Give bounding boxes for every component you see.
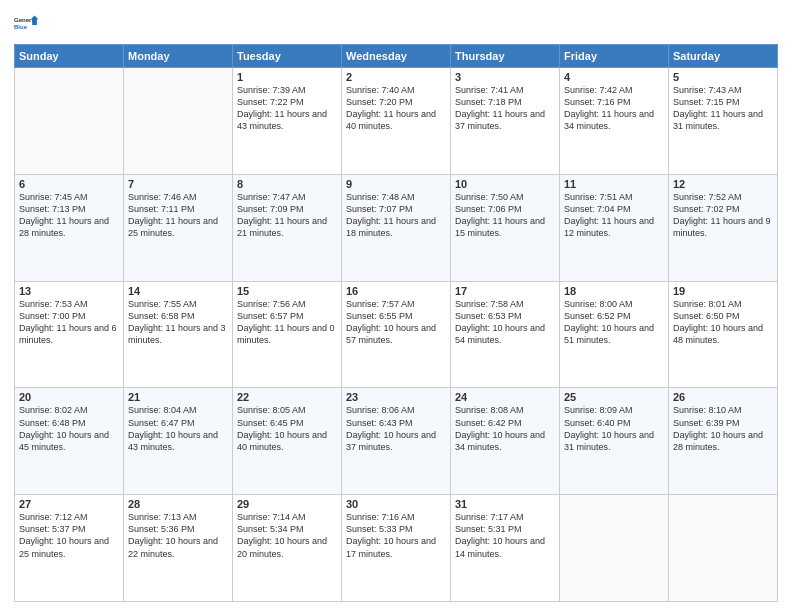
day-number: 12 — [673, 178, 773, 190]
calendar-cell: 1Sunrise: 7:39 AMSunset: 7:22 PMDaylight… — [233, 68, 342, 175]
calendar-header-row: SundayMondayTuesdayWednesdayThursdayFrid… — [15, 45, 778, 68]
day-number: 29 — [237, 498, 337, 510]
cell-info: Sunrise: 8:00 AMSunset: 6:52 PMDaylight:… — [564, 298, 664, 347]
cell-info: Sunrise: 7:39 AMSunset: 7:22 PMDaylight:… — [237, 84, 337, 133]
page: GeneralBlue SundayMondayTuesdayWednesday… — [0, 0, 792, 612]
cell-info: Sunrise: 8:08 AMSunset: 6:42 PMDaylight:… — [455, 404, 555, 453]
cell-info: Sunrise: 7:45 AMSunset: 7:13 PMDaylight:… — [19, 191, 119, 240]
day-number: 26 — [673, 391, 773, 403]
day-number: 14 — [128, 285, 228, 297]
calendar-cell — [669, 495, 778, 602]
calendar-cell: 23Sunrise: 8:06 AMSunset: 6:43 PMDayligh… — [342, 388, 451, 495]
day-number: 27 — [19, 498, 119, 510]
day-number: 28 — [128, 498, 228, 510]
header: GeneralBlue — [14, 10, 778, 38]
calendar-cell — [124, 68, 233, 175]
cell-info: Sunrise: 7:41 AMSunset: 7:18 PMDaylight:… — [455, 84, 555, 133]
calendar-cell: 8Sunrise: 7:47 AMSunset: 7:09 PMDaylight… — [233, 174, 342, 281]
calendar-cell: 15Sunrise: 7:56 AMSunset: 6:57 PMDayligh… — [233, 281, 342, 388]
calendar-week-row: 6Sunrise: 7:45 AMSunset: 7:13 PMDaylight… — [15, 174, 778, 281]
day-number: 3 — [455, 71, 555, 83]
day-number: 5 — [673, 71, 773, 83]
logo: GeneralBlue — [14, 10, 42, 38]
column-header-saturday: Saturday — [669, 45, 778, 68]
day-number: 6 — [19, 178, 119, 190]
calendar-cell: 12Sunrise: 7:52 AMSunset: 7:02 PMDayligh… — [669, 174, 778, 281]
calendar-cell: 29Sunrise: 7:14 AMSunset: 5:34 PMDayligh… — [233, 495, 342, 602]
column-header-friday: Friday — [560, 45, 669, 68]
calendar-cell: 6Sunrise: 7:45 AMSunset: 7:13 PMDaylight… — [15, 174, 124, 281]
calendar-cell: 20Sunrise: 8:02 AMSunset: 6:48 PMDayligh… — [15, 388, 124, 495]
calendar-cell: 21Sunrise: 8:04 AMSunset: 6:47 PMDayligh… — [124, 388, 233, 495]
column-header-wednesday: Wednesday — [342, 45, 451, 68]
cell-info: Sunrise: 8:02 AMSunset: 6:48 PMDaylight:… — [19, 404, 119, 453]
calendar-cell: 17Sunrise: 7:58 AMSunset: 6:53 PMDayligh… — [451, 281, 560, 388]
calendar-week-row: 13Sunrise: 7:53 AMSunset: 7:00 PMDayligh… — [15, 281, 778, 388]
day-number: 1 — [237, 71, 337, 83]
cell-info: Sunrise: 8:10 AMSunset: 6:39 PMDaylight:… — [673, 404, 773, 453]
calendar-cell: 31Sunrise: 7:17 AMSunset: 5:31 PMDayligh… — [451, 495, 560, 602]
day-number: 11 — [564, 178, 664, 190]
calendar-week-row: 27Sunrise: 7:12 AMSunset: 5:37 PMDayligh… — [15, 495, 778, 602]
day-number: 10 — [455, 178, 555, 190]
day-number: 2 — [346, 71, 446, 83]
day-number: 23 — [346, 391, 446, 403]
day-number: 4 — [564, 71, 664, 83]
day-number: 7 — [128, 178, 228, 190]
column-header-thursday: Thursday — [451, 45, 560, 68]
day-number: 30 — [346, 498, 446, 510]
calendar-week-row: 20Sunrise: 8:02 AMSunset: 6:48 PMDayligh… — [15, 388, 778, 495]
calendar-cell: 4Sunrise: 7:42 AMSunset: 7:16 PMDaylight… — [560, 68, 669, 175]
day-number: 21 — [128, 391, 228, 403]
cell-info: Sunrise: 8:01 AMSunset: 6:50 PMDaylight:… — [673, 298, 773, 347]
calendar-cell: 25Sunrise: 8:09 AMSunset: 6:40 PMDayligh… — [560, 388, 669, 495]
calendar-cell — [15, 68, 124, 175]
logo-icon: GeneralBlue — [14, 10, 42, 38]
cell-info: Sunrise: 7:40 AMSunset: 7:20 PMDaylight:… — [346, 84, 446, 133]
cell-info: Sunrise: 7:43 AMSunset: 7:15 PMDaylight:… — [673, 84, 773, 133]
cell-info: Sunrise: 7:57 AMSunset: 6:55 PMDaylight:… — [346, 298, 446, 347]
column-header-tuesday: Tuesday — [233, 45, 342, 68]
cell-info: Sunrise: 7:58 AMSunset: 6:53 PMDaylight:… — [455, 298, 555, 347]
calendar-cell: 27Sunrise: 7:12 AMSunset: 5:37 PMDayligh… — [15, 495, 124, 602]
column-header-sunday: Sunday — [15, 45, 124, 68]
cell-info: Sunrise: 8:06 AMSunset: 6:43 PMDaylight:… — [346, 404, 446, 453]
calendar-cell: 13Sunrise: 7:53 AMSunset: 7:00 PMDayligh… — [15, 281, 124, 388]
day-number: 20 — [19, 391, 119, 403]
day-number: 24 — [455, 391, 555, 403]
calendar-cell: 28Sunrise: 7:13 AMSunset: 5:36 PMDayligh… — [124, 495, 233, 602]
cell-info: Sunrise: 8:05 AMSunset: 6:45 PMDaylight:… — [237, 404, 337, 453]
cell-info: Sunrise: 7:47 AMSunset: 7:09 PMDaylight:… — [237, 191, 337, 240]
day-number: 9 — [346, 178, 446, 190]
day-number: 15 — [237, 285, 337, 297]
cell-info: Sunrise: 7:53 AMSunset: 7:00 PMDaylight:… — [19, 298, 119, 347]
calendar-cell: 24Sunrise: 8:08 AMSunset: 6:42 PMDayligh… — [451, 388, 560, 495]
cell-info: Sunrise: 7:46 AMSunset: 7:11 PMDaylight:… — [128, 191, 228, 240]
calendar-cell: 7Sunrise: 7:46 AMSunset: 7:11 PMDaylight… — [124, 174, 233, 281]
day-number: 25 — [564, 391, 664, 403]
calendar-week-row: 1Sunrise: 7:39 AMSunset: 7:22 PMDaylight… — [15, 68, 778, 175]
calendar-cell: 26Sunrise: 8:10 AMSunset: 6:39 PMDayligh… — [669, 388, 778, 495]
day-number: 16 — [346, 285, 446, 297]
cell-info: Sunrise: 7:50 AMSunset: 7:06 PMDaylight:… — [455, 191, 555, 240]
cell-info: Sunrise: 7:16 AMSunset: 5:33 PMDaylight:… — [346, 511, 446, 560]
calendar-cell: 16Sunrise: 7:57 AMSunset: 6:55 PMDayligh… — [342, 281, 451, 388]
cell-info: Sunrise: 8:04 AMSunset: 6:47 PMDaylight:… — [128, 404, 228, 453]
svg-text:Blue: Blue — [14, 24, 28, 30]
calendar-cell — [560, 495, 669, 602]
calendar-table: SundayMondayTuesdayWednesdayThursdayFrid… — [14, 44, 778, 602]
day-number: 18 — [564, 285, 664, 297]
cell-info: Sunrise: 7:56 AMSunset: 6:57 PMDaylight:… — [237, 298, 337, 347]
calendar-cell: 10Sunrise: 7:50 AMSunset: 7:06 PMDayligh… — [451, 174, 560, 281]
day-number: 31 — [455, 498, 555, 510]
cell-info: Sunrise: 7:13 AMSunset: 5:36 PMDaylight:… — [128, 511, 228, 560]
cell-info: Sunrise: 7:14 AMSunset: 5:34 PMDaylight:… — [237, 511, 337, 560]
calendar-cell: 18Sunrise: 8:00 AMSunset: 6:52 PMDayligh… — [560, 281, 669, 388]
day-number: 22 — [237, 391, 337, 403]
cell-info: Sunrise: 7:12 AMSunset: 5:37 PMDaylight:… — [19, 511, 119, 560]
calendar-cell: 3Sunrise: 7:41 AMSunset: 7:18 PMDaylight… — [451, 68, 560, 175]
cell-info: Sunrise: 7:42 AMSunset: 7:16 PMDaylight:… — [564, 84, 664, 133]
cell-info: Sunrise: 7:55 AMSunset: 6:58 PMDaylight:… — [128, 298, 228, 347]
column-header-monday: Monday — [124, 45, 233, 68]
day-number: 19 — [673, 285, 773, 297]
